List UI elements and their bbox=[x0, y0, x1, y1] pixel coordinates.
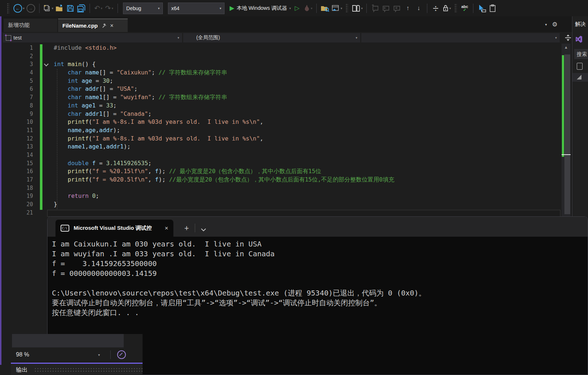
window-layout-button[interactable]: ▾ bbox=[331, 3, 342, 14]
triangle-icon[interactable] bbox=[577, 75, 581, 80]
code-line[interactable] bbox=[54, 151, 559, 159]
horizontal-scrollbar-thumb[interactable] bbox=[12, 334, 124, 347]
console-line: 要在调试停止时自动关闭控制台，请启用“工具”->“选项”->“调试”->“调试停… bbox=[52, 298, 585, 308]
chevron-down-icon[interactable]: ▾ bbox=[289, 7, 291, 10]
tab-label: 新增功能 bbox=[8, 22, 30, 29]
navigate-down-button[interactable]: ↓ bbox=[414, 3, 423, 14]
new-item-button[interactable]: ▾ bbox=[43, 3, 54, 14]
code-line[interactable]: char addr[] = "USA"; bbox=[54, 85, 559, 93]
undo-button[interactable]: ↶ ▾ bbox=[94, 3, 103, 14]
code-line[interactable]: int age1 = 33; bbox=[54, 102, 559, 110]
member-dropdown[interactable]: ▾ bbox=[361, 33, 560, 42]
gear-icon[interactable]: ⚙ bbox=[552, 21, 558, 28]
code-line[interactable]: printf("I am %-8s.I am %03d years old. I… bbox=[54, 135, 559, 143]
platform-label: x64 bbox=[171, 5, 180, 11]
scope-dropdown[interactable]: (全局范围) ▾ bbox=[183, 33, 360, 42]
code-line[interactable]: int main() { bbox=[54, 60, 559, 69]
navigate-up-button[interactable]: ↑ bbox=[403, 3, 412, 14]
terminal-dropdown-button[interactable] bbox=[201, 228, 206, 237]
code-line[interactable]: return 0; bbox=[54, 192, 559, 200]
search-input[interactable]: 搜索 bbox=[574, 49, 588, 59]
fold-chevron-icon[interactable] bbox=[44, 62, 49, 66]
tab-list-dropdown[interactable]: ▾ bbox=[545, 23, 547, 27]
output-panel-header[interactable]: 输出 bbox=[11, 363, 143, 375]
zoom-level[interactable]: 98 % bbox=[16, 351, 29, 358]
close-icon[interactable]: × bbox=[165, 225, 168, 232]
code-line[interactable]: #include <stdio.h> bbox=[54, 44, 559, 52]
new-comment-button[interactable] bbox=[370, 3, 380, 14]
chevron-down-icon[interactable]: ▾ bbox=[98, 353, 100, 357]
code-line[interactable]: name,age,addr); bbox=[54, 126, 559, 135]
compare-documents-button[interactable]: ▾ bbox=[351, 3, 363, 14]
document-health-icon[interactable] bbox=[117, 350, 126, 359]
scrollbar-up-icon[interactable]: ▲ bbox=[562, 45, 571, 49]
selection-tool-button[interactable] bbox=[477, 3, 486, 14]
hot-reload-button[interactable]: ▾ bbox=[303, 3, 313, 14]
spell-check-button[interactable]: abc ✓ bbox=[460, 3, 469, 14]
spell-check-icon: abc ✓ bbox=[461, 5, 468, 12]
code-line[interactable]: int age = 30; bbox=[54, 77, 559, 85]
find-in-files-button[interactable] bbox=[320, 3, 330, 14]
code-line[interactable] bbox=[54, 184, 559, 192]
solution-platform-dropdown[interactable]: x64 ▾ bbox=[168, 3, 225, 14]
chevron-down-icon[interactable]: ▾ bbox=[449, 7, 451, 10]
save-all-button[interactable] bbox=[77, 3, 86, 14]
clipboard-button[interactable] bbox=[488, 3, 497, 14]
editor-vertical-scrollbar[interactable]: ▲ bbox=[562, 44, 571, 216]
line-number: 15 bbox=[2, 159, 33, 168]
new-terminal-tab-button[interactable]: + bbox=[184, 224, 189, 237]
chevron-down-icon[interactable]: ▾ bbox=[361, 7, 363, 10]
line-number: 19 bbox=[2, 192, 33, 200]
forward-icon: → bbox=[26, 4, 35, 13]
toolbar-drag-handle[interactable] bbox=[7, 3, 9, 14]
code-line[interactable]: name1,age1,addr1); bbox=[54, 143, 559, 151]
code-line[interactable] bbox=[54, 52, 559, 61]
solution-configuration-dropdown[interactable]: Debug ▾ bbox=[123, 3, 163, 14]
tab-label: FileName.cpp bbox=[62, 23, 98, 29]
lock-button[interactable]: ▾ bbox=[442, 3, 451, 14]
line-number: 5 bbox=[2, 77, 33, 85]
pin-icon[interactable] bbox=[102, 23, 107, 28]
separator bbox=[455, 4, 457, 13]
collapse-to-definitions-button[interactable]: ▾▴ bbox=[431, 3, 440, 14]
tab-filename-cpp[interactable]: FileName.cpp × bbox=[58, 19, 128, 32]
arrow-down-icon: ↓ bbox=[417, 5, 420, 12]
next-comment-button[interactable] bbox=[392, 3, 402, 14]
navigate-forward-button[interactable]: → bbox=[26, 3, 36, 14]
code-line[interactable]: printf("f = %20.15lf\n", f); // 最小宽度是20（… bbox=[54, 167, 559, 176]
code-line[interactable]: double f = 3.1415926535; bbox=[54, 159, 559, 168]
split-editor-button[interactable] bbox=[563, 33, 572, 42]
code-content[interactable]: #include <stdio.h>int main() { char name… bbox=[54, 44, 559, 217]
tab-new-features[interactable]: 新增功能 bbox=[4, 19, 57, 32]
project-dropdown[interactable]: test ▾ bbox=[3, 33, 182, 42]
panel-drag-grip[interactable] bbox=[34, 367, 143, 372]
start-without-debugging-button[interactable]: ▷ bbox=[292, 3, 302, 14]
terminal-tab[interactable]: C:\ Microsoft Visual Studio 调试控 × bbox=[55, 220, 173, 237]
editor-horizontal-scrollbar[interactable] bbox=[47, 210, 560, 217]
previous-comment-button[interactable] bbox=[381, 3, 391, 14]
code-line[interactable]: } bbox=[54, 200, 559, 209]
line-number: 1 bbox=[2, 44, 33, 52]
document-icon[interactable] bbox=[577, 63, 583, 70]
close-icon[interactable]: × bbox=[110, 23, 114, 29]
navigate-back-button[interactable]: ← ▾ bbox=[13, 3, 25, 14]
scrollbar-thumb[interactable] bbox=[564, 54, 570, 214]
code-line[interactable]: printf("f = %020.5lf\n", f); //最小宽度是20（包… bbox=[54, 176, 559, 184]
open-file-button[interactable] bbox=[55, 3, 64, 14]
next-comment-icon bbox=[392, 4, 401, 12]
chevron-down-icon[interactable]: ▾ bbox=[23, 7, 25, 10]
code-line[interactable]: char addr1[] = "Canada"; bbox=[54, 110, 559, 118]
code-line[interactable]: char name[] = "Caixukun"; // 字符数组来存储字符串 bbox=[54, 69, 559, 77]
debugger-label: 本地 Windows 调试器 bbox=[237, 5, 287, 12]
start-debugging-button[interactable]: ▶ 本地 Windows 调试器 ▾ bbox=[230, 3, 291, 14]
save-button[interactable] bbox=[66, 3, 75, 14]
separator bbox=[110, 350, 111, 359]
redo-button[interactable]: ↷ ▾ bbox=[104, 3, 114, 14]
chevron-down-icon[interactable]: ▾ bbox=[341, 7, 342, 10]
project-name: test bbox=[13, 35, 22, 41]
chevron-down-icon[interactable]: ▾ bbox=[52, 7, 54, 10]
line-number-gutter[interactable]: 123456789101112131415161718192021 bbox=[2, 44, 33, 217]
code-line[interactable]: char name1[] = "wuyifan"; // 字符数组来存储字符串 bbox=[54, 93, 559, 102]
code-line[interactable]: printf("I am %-8s.I am %03d years old. I… bbox=[54, 118, 559, 126]
separator bbox=[39, 4, 40, 13]
